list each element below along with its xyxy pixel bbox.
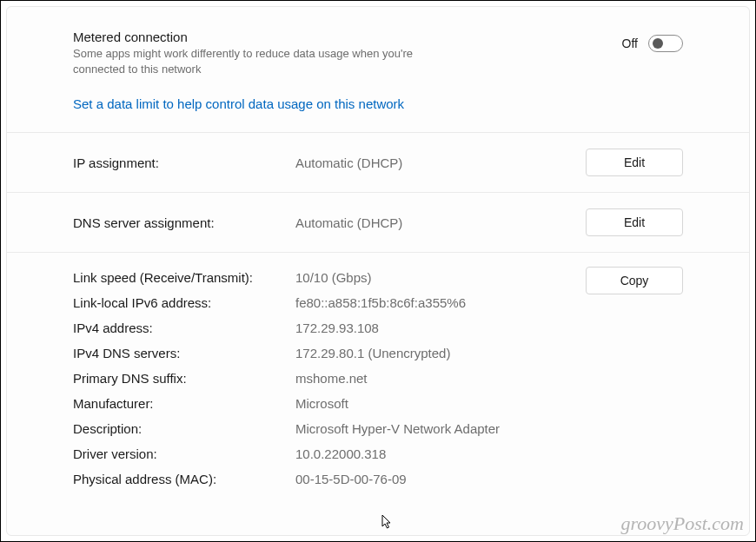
ip-assignment-label: IP assignment: (73, 155, 295, 170)
detail-value: 10.0.22000.318 (295, 446, 386, 461)
detail-value: 10/10 (Gbps) (295, 270, 372, 285)
ip-assignment-edit-button[interactable]: Edit (586, 149, 683, 176)
detail-label: Link speed (Receive/Transmit): (73, 270, 295, 285)
detail-line: Physical address (MAC): 00-15-5D-00-76-0… (73, 466, 586, 492)
detail-line: Manufacturer: Microsoft (73, 391, 586, 416)
dns-assignment-edit-button[interactable]: Edit (586, 208, 683, 236)
network-details-section: Link speed (Receive/Transmit): 10/10 (Gb… (7, 253, 749, 509)
detail-label: IPv4 address: (73, 321, 295, 335)
detail-value: Microsoft (295, 396, 348, 411)
detail-label: IPv4 DNS servers: (73, 346, 295, 360)
detail-value: mshome.net (295, 371, 368, 386)
network-settings-panel: Metered connection Some apps might work … (6, 6, 750, 536)
dns-assignment-label: DNS server assignment: (73, 215, 295, 230)
detail-value: Microsoft Hyper-V Network Adapter (295, 421, 500, 436)
detail-value: fe80::a858:1f5b:8c6f:a355%6 (295, 295, 466, 310)
detail-label: Primary DNS suffix: (73, 371, 295, 386)
detail-line: Link speed (Receive/Transmit): 10/10 (Gb… (73, 265, 586, 290)
detail-line: Link-local IPv6 address: fe80::a858:1f5b… (73, 290, 586, 315)
metered-toggle-label: Off (622, 36, 638, 50)
toggle-knob-icon (653, 38, 663, 49)
copy-button[interactable]: Copy (586, 267, 683, 294)
detail-line: Primary DNS suffix: mshome.net (73, 366, 586, 391)
detail-label: Driver version: (73, 446, 295, 461)
detail-label: Link-local IPv6 address: (73, 295, 295, 310)
details-grid: Link speed (Receive/Transmit): 10/10 (Gb… (73, 265, 586, 492)
detail-label: Physical address (MAC): (73, 472, 295, 486)
ip-assignment-row: IP assignment: Automatic (DHCP) Edit (7, 133, 749, 193)
detail-line: IPv4 address: 172.29.93.108 (73, 315, 586, 340)
detail-line: Description: Microsoft Hyper-V Network A… (73, 416, 586, 441)
data-limit-link[interactable]: Set a data limit to help control data us… (73, 96, 683, 111)
detail-value: 172.29.80.1 (Unencrypted) (295, 346, 450, 360)
detail-value: 00-15-5D-00-76-09 (295, 472, 407, 486)
detail-value: 172.29.93.108 (295, 321, 379, 335)
metered-description: Some apps might work differently to redu… (73, 46, 438, 77)
detail-label: Description: (73, 421, 295, 436)
metered-toggle[interactable] (648, 35, 683, 52)
metered-title: Metered connection (73, 30, 622, 44)
dns-assignment-value: Automatic (DHCP) (295, 215, 586, 230)
detail-line: IPv4 DNS servers: 172.29.80.1 (Unencrypt… (73, 340, 586, 366)
detail-label: Manufacturer: (73, 396, 295, 411)
dns-assignment-row: DNS server assignment: Automatic (DHCP) … (7, 193, 749, 253)
metered-connection-section: Metered connection Some apps might work … (7, 7, 749, 133)
detail-line: Driver version: 10.0.22000.318 (73, 441, 586, 466)
ip-assignment-value: Automatic (DHCP) (295, 155, 586, 170)
